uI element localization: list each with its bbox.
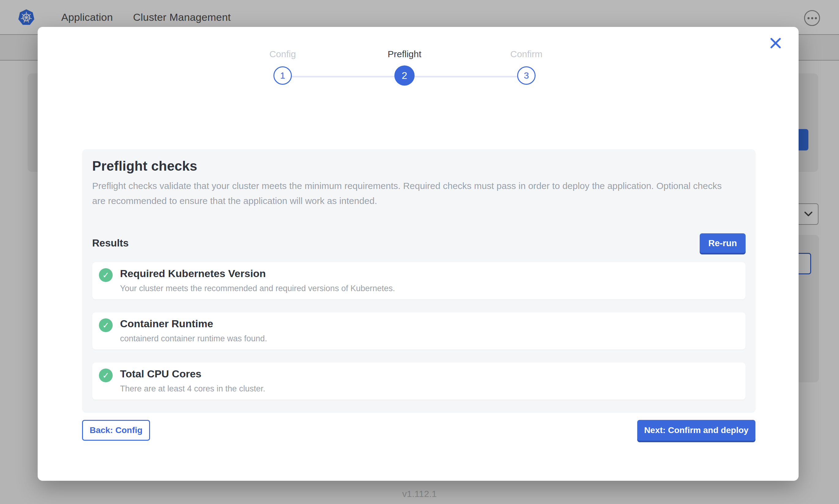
admin-console-page: Application Cluster Management 0 y v1.11… <box>0 0 839 504</box>
check-description: There are at least 4 cores in the cluste… <box>120 384 265 394</box>
results-row: Results Re-run <box>92 233 746 253</box>
check-description: Your cluster meets the recommended and r… <box>120 284 395 293</box>
check-title: Container Runtime <box>120 318 267 330</box>
check-card-container-runtime: ✓ Container Runtime containerd container… <box>92 312 746 349</box>
preflight-modal: Config 1 Preflight 2 Confirm 3 Preflight… <box>38 27 799 481</box>
check-pass-icon: ✓ <box>99 368 113 382</box>
step-number-circle: 3 <box>517 66 535 85</box>
step-label: Config <box>270 48 296 60</box>
close-icon[interactable] <box>770 37 782 49</box>
step-preflight[interactable]: Preflight 2 <box>344 48 465 86</box>
next-confirm-deploy-button[interactable]: Next: Confirm and deploy <box>637 420 755 441</box>
check-results-list: ✓ Required Kubernetes Version Your clust… <box>92 262 746 400</box>
step-number-circle: 1 <box>273 66 292 85</box>
step-confirm[interactable]: Confirm 3 <box>465 48 587 86</box>
step-label: Preflight <box>388 48 421 60</box>
check-description: containerd container runtime was found. <box>120 334 267 343</box>
check-title: Total CPU Cores <box>120 368 265 380</box>
check-pass-icon: ✓ <box>99 268 113 282</box>
results-heading: Results <box>92 237 129 249</box>
check-card-kubernetes-version: ✓ Required Kubernetes Version Your clust… <box>92 262 746 300</box>
rerun-button[interactable]: Re-run <box>700 233 746 253</box>
check-title: Required Kubernetes Version <box>120 268 395 280</box>
step-label: Confirm <box>510 48 542 60</box>
panel-description: Preflight checks validate that your clus… <box>92 179 732 208</box>
step-number-circle: 2 <box>394 66 415 86</box>
wizard-stepper: Config 1 Preflight 2 Confirm 3 <box>222 48 587 86</box>
modal-footer: Back: Config Next: Confirm and deploy <box>82 420 755 441</box>
panel-title: Preflight checks <box>92 158 746 174</box>
check-pass-icon: ✓ <box>99 318 113 332</box>
step-config[interactable]: Config 1 <box>222 48 344 86</box>
check-card-total-cpu-cores: ✓ Total CPU Cores There are at least 4 c… <box>92 362 746 400</box>
preflight-panel: Preflight checks Preflight checks valida… <box>82 149 756 413</box>
back-config-button[interactable]: Back: Config <box>82 420 150 441</box>
